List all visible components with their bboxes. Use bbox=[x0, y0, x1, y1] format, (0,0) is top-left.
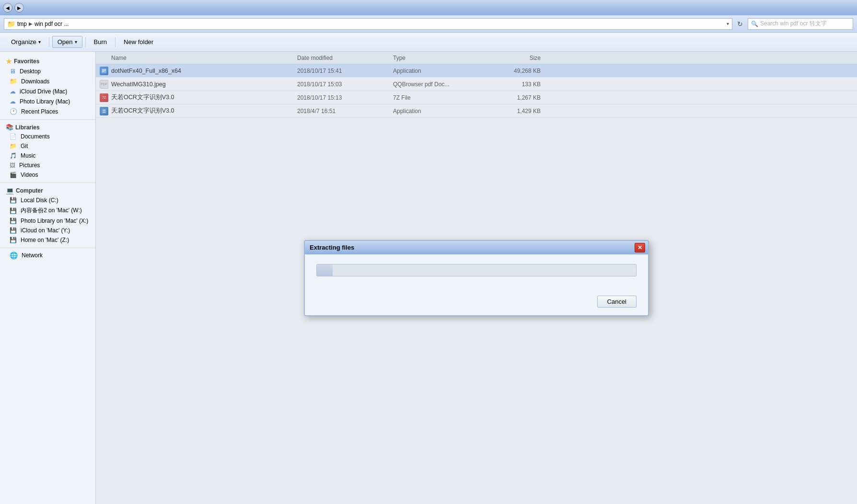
search-icon: 🔍 bbox=[751, 21, 758, 27]
localdisk-icon: 💾 bbox=[10, 197, 17, 204]
sidebar-item-network[interactable]: 🌐 Network bbox=[0, 250, 95, 261]
toolbar-separator-1 bbox=[49, 37, 49, 47]
sidebar-item-icloud-y[interactable]: 💾 iCloud on 'Mac' (Y:) bbox=[0, 226, 95, 235]
dialog-footer: Cancel bbox=[305, 296, 648, 315]
star-icon: ★ bbox=[6, 57, 12, 65]
open-button[interactable]: Open ▾ bbox=[52, 36, 82, 48]
forward-icon: ▶ bbox=[17, 5, 21, 11]
pictures-icon: 🖼 bbox=[10, 162, 15, 169]
network-icon: 🌐 bbox=[10, 252, 18, 259]
progress-bar-fill bbox=[317, 264, 333, 276]
downloads-icon: 📁 bbox=[10, 78, 17, 85]
sidebar-favorites-header: ★ Favorites bbox=[0, 56, 95, 66]
search-box[interactable]: 🔍 Search win pdf ocr 转文字 bbox=[748, 18, 853, 30]
sidebar-item-icloud[interactable]: ☁ iCloud Drive (Mac) bbox=[0, 86, 95, 96]
main-layout: ★ Favorites 🖥 Desktop 📁 Downloads ☁ iClo… bbox=[0, 52, 857, 504]
organize-button[interactable]: Organize ▾ bbox=[6, 36, 46, 48]
toolbar-separator-3 bbox=[115, 37, 116, 47]
breadcrumb-separator: ▶ bbox=[29, 21, 33, 26]
sidebar-item-label: Videos bbox=[21, 172, 38, 178]
sidebar-item-backup-w[interactable]: 💾 内容备份2 on 'Mac' (W:) bbox=[0, 205, 95, 216]
photolibrary-x-icon: 💾 bbox=[10, 218, 17, 224]
search-placeholder: Search win pdf ocr 转文字 bbox=[760, 20, 827, 28]
sidebar-item-label: 内容备份2 on 'Mac' (W:) bbox=[21, 206, 82, 215]
sidebar-section-network: 🌐 Network bbox=[0, 250, 95, 261]
computer-icon: 💻 bbox=[6, 187, 14, 195]
sidebar-item-label: Documents bbox=[21, 133, 50, 140]
photolibrary-icon: ☁ bbox=[10, 98, 16, 105]
organize-dropdown-icon: ▾ bbox=[38, 39, 41, 45]
sidebar-item-documents[interactable]: 📄 Documents bbox=[0, 132, 95, 141]
sidebar-item-recentplaces[interactable]: 🕐 Recent Places bbox=[0, 106, 95, 116]
modal-overlay: Extracting files ✕ Cancel bbox=[96, 52, 857, 504]
file-area: Name Date modified Type Size dotNetFx40_… bbox=[96, 52, 857, 504]
sidebar-item-label: Photo Library on 'Mac' (X:) bbox=[21, 218, 88, 224]
icloud-icon: ☁ bbox=[10, 88, 16, 95]
sidebar-item-desktop[interactable]: 🖥 Desktop bbox=[0, 66, 95, 76]
sidebar-divider-3 bbox=[0, 248, 95, 248]
back-icon: ◀ bbox=[6, 5, 10, 11]
music-icon: 🎵 bbox=[10, 152, 17, 159]
sidebar-item-localdisk[interactable]: 💾 Local Disk (C:) bbox=[0, 195, 95, 205]
sidebar-item-label: Downloads bbox=[21, 78, 49, 85]
new-folder-label: New folder bbox=[124, 38, 153, 46]
sidebar-item-label: Home on 'Mac' (Z:) bbox=[21, 237, 69, 243]
sidebar-divider-1 bbox=[0, 119, 95, 120]
libraries-icon: 📚 bbox=[6, 124, 13, 131]
sidebar-network-label: Network bbox=[22, 252, 43, 259]
sidebar-favorites-label: Favorites bbox=[14, 58, 39, 65]
sidebar-item-label: Local Disk (C:) bbox=[21, 197, 58, 204]
videos-icon: 🎬 bbox=[10, 172, 17, 178]
sidebar-item-label: Music bbox=[21, 152, 35, 159]
sidebar-item-git[interactable]: 📁 Git bbox=[0, 141, 95, 151]
home-z-icon: 💾 bbox=[10, 237, 17, 243]
sidebar-item-label: iCloud on 'Mac' (Y:) bbox=[21, 227, 70, 234]
open-dropdown-icon: ▾ bbox=[75, 39, 77, 45]
sidebar-item-label: Pictures bbox=[19, 162, 40, 169]
sidebar-item-downloads[interactable]: 📁 Downloads bbox=[0, 76, 95, 86]
sidebar-item-music[interactable]: 🎵 Music bbox=[0, 151, 95, 160]
dialog-close-button[interactable]: ✕ bbox=[635, 243, 645, 252]
organize-label: Organize bbox=[11, 38, 36, 46]
icloud-y-icon: 💾 bbox=[10, 227, 17, 234]
sidebar: ★ Favorites 🖥 Desktop 📁 Downloads ☁ iClo… bbox=[0, 52, 96, 504]
sidebar-computer-label: Computer bbox=[16, 187, 43, 194]
open-label: Open bbox=[58, 38, 73, 46]
sidebar-item-home-z[interactable]: 💾 Home on 'Mac' (Z:) bbox=[0, 235, 95, 245]
toolbar: Organize ▾ Open ▾ Burn New folder bbox=[0, 33, 857, 52]
breadcrumb[interactable]: 📁 tmp ▶ win pdf ocr ... ▾ bbox=[4, 18, 732, 30]
sidebar-item-pictures[interactable]: 🖼 Pictures bbox=[0, 160, 95, 170]
dialog-title-bar: Extracting files ✕ bbox=[305, 241, 648, 254]
title-bar: ◀ ▶ bbox=[0, 0, 857, 15]
sidebar-libraries-label: Libraries bbox=[15, 124, 40, 131]
forward-button[interactable]: ▶ bbox=[14, 3, 24, 12]
sidebar-section-libraries: 📚 Libraries 📄 Documents 📁 Git 🎵 Music 🖼 … bbox=[0, 122, 95, 180]
breadcrumb-icon: 📁 bbox=[7, 20, 15, 28]
sidebar-item-label: iCloud Drive (Mac) bbox=[20, 88, 67, 95]
git-icon: 📁 bbox=[10, 143, 17, 149]
sidebar-item-photolibrary-x[interactable]: 💾 Photo Library on 'Mac' (X:) bbox=[0, 216, 95, 226]
recentplaces-icon: 🕐 bbox=[10, 108, 17, 115]
new-folder-button[interactable]: New folder bbox=[118, 36, 159, 48]
burn-label: Burn bbox=[94, 38, 107, 46]
breadcrumb-dropdown-arrow[interactable]: ▾ bbox=[727, 21, 729, 26]
sidebar-libraries-header: 📚 Libraries bbox=[0, 122, 95, 132]
documents-icon: 📄 bbox=[10, 133, 17, 140]
refresh-icon: ↻ bbox=[737, 20, 743, 28]
burn-button[interactable]: Burn bbox=[89, 36, 112, 48]
sidebar-section-computer: 💻 Computer 💾 Local Disk (C:) 💾 内容备份2 on … bbox=[0, 185, 95, 245]
sidebar-section-favorites: ★ Favorites 🖥 Desktop 📁 Downloads ☁ iClo… bbox=[0, 56, 95, 116]
sidebar-item-photolibrary[interactable]: ☁ Photo Library (Mac) bbox=[0, 96, 95, 106]
sidebar-item-label: Photo Library (Mac) bbox=[20, 98, 70, 105]
sidebar-item-label: Recent Places bbox=[21, 108, 58, 115]
refresh-button[interactable]: ↻ bbox=[735, 19, 745, 29]
sidebar-item-videos[interactable]: 🎬 Videos bbox=[0, 170, 95, 180]
backup-w-icon: 💾 bbox=[10, 207, 17, 214]
sidebar-divider-2 bbox=[0, 183, 95, 183]
sidebar-item-label: Desktop bbox=[20, 68, 41, 75]
breadcrumb-tmp: tmp bbox=[17, 21, 27, 27]
extracting-dialog: Extracting files ✕ Cancel bbox=[304, 240, 649, 316]
back-button[interactable]: ◀ bbox=[3, 3, 12, 12]
cancel-button[interactable]: Cancel bbox=[597, 296, 637, 308]
address-bar: 📁 tmp ▶ win pdf ocr ... ▾ ↻ 🔍 Search win… bbox=[0, 15, 857, 33]
